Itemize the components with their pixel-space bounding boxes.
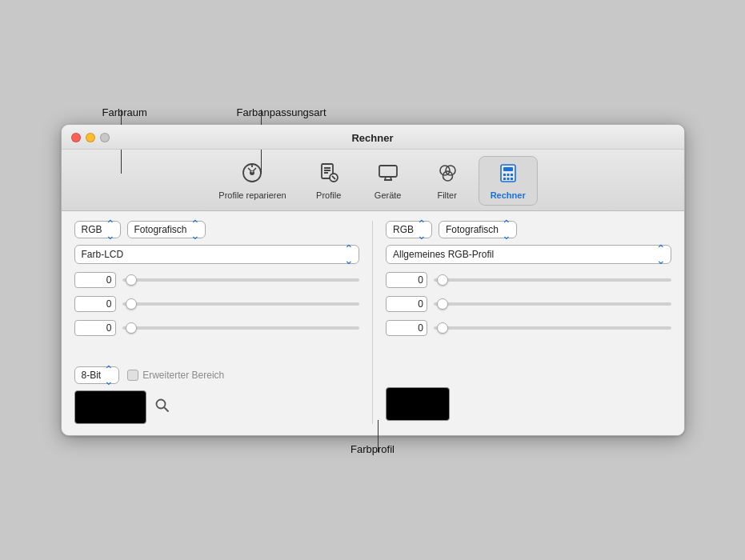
filter-icon [436, 162, 459, 187]
right-top-controls: RGB ⌃⌄ Fotografisch ⌃⌄ [386, 221, 671, 238]
bit-depth-select[interactable]: 8-Bit ⌃⌄ [74, 366, 120, 384]
bit-depth-row: 8-Bit ⌃⌄ Erweiterter Bereich [74, 366, 360, 384]
right-slider-3 [386, 320, 671, 336]
main-content: RGB ⌃⌄ Fotografisch ⌃⌄ Farb-LCD ⌃⌄ [62, 211, 684, 435]
right-rendering-select[interactable]: Fotografisch ⌃⌄ [439, 221, 517, 238]
svg-text:+: + [250, 169, 254, 174]
bit-depth-arrow: ⌃⌄ [104, 364, 114, 386]
svg-rect-20 [507, 174, 509, 176]
right-rendering-arrow: ⌃⌄ [502, 218, 511, 241]
outer-container: Farbraum Farbanpassungsart Farbprofil Re… [61, 124, 685, 436]
right-slider-2-track[interactable] [434, 302, 671, 306]
window-title: Rechner [351, 132, 393, 144]
toolbar: + Profile reparieren Pro [62, 150, 684, 211]
left-slider-1-track[interactable] [122, 278, 360, 282]
toolbar-item-geraete[interactable]: Geräte [360, 157, 416, 205]
left-slider-2-input[interactable] [74, 296, 116, 312]
toolbar-label-geraete: Geräte [375, 190, 402, 200]
left-slider-1 [74, 272, 360, 288]
right-slider-2 [386, 296, 671, 312]
right-slider-3-thumb[interactable] [437, 322, 448, 334]
annotation-farbprofil: Farbprofil [350, 443, 395, 455]
svg-rect-24 [511, 178, 513, 180]
toolbar-item-filter[interactable]: Filter [419, 157, 475, 205]
right-slider-1-track[interactable] [434, 278, 671, 282]
svg-rect-10 [379, 166, 397, 177]
right-panel: RGB ⌃⌄ Fotografisch ⌃⌄ Allgemeines RGB-P… [372, 221, 671, 424]
left-slider-1-thumb[interactable] [126, 274, 137, 286]
left-slider-3-input[interactable] [74, 320, 116, 336]
svg-line-26 [164, 407, 168, 411]
right-slider-1-thumb[interactable] [437, 274, 448, 286]
left-rendering-arrow: ⌃⌄ [190, 218, 200, 241]
left-bottom-section: 8-Bit ⌃⌄ Erweiterter Bereich [74, 366, 360, 424]
panels: RGB ⌃⌄ Fotografisch ⌃⌄ Farb-LCD ⌃⌄ [74, 221, 671, 424]
left-panel: RGB ⌃⌄ Fotografisch ⌃⌄ Farb-LCD ⌃⌄ [74, 221, 373, 424]
titlebar: Rechner [62, 125, 684, 150]
left-slider-3-track[interactable] [122, 326, 360, 330]
left-colorspace-arrow: ⌃⌄ [106, 218, 115, 241]
window: Rechner + Profile reparieren [61, 124, 685, 436]
right-slider-2-thumb[interactable] [437, 298, 448, 310]
right-color-swatch[interactable] [386, 387, 450, 421]
left-slider-1-input[interactable] [74, 272, 116, 288]
right-swatch-row [386, 387, 671, 421]
svg-rect-22 [503, 178, 506, 180]
toolbar-label-profile-reparieren: Profile reparieren [218, 190, 286, 200]
annotation-farbraum: Farbraum [102, 106, 147, 118]
close-button[interactable] [71, 133, 81, 142]
right-profile-select[interactable]: Allgemeines RGB-Profil ⌃⌄ [386, 245, 671, 264]
svg-point-25 [156, 399, 165, 408]
monitor-icon [377, 162, 399, 187]
svg-point-15 [446, 166, 455, 175]
toolbar-label-profile: Profile [316, 190, 341, 200]
svg-point-14 [440, 166, 450, 175]
right-slider-1-input[interactable] [386, 272, 427, 288]
right-colorspace-arrow: ⌃⌄ [417, 218, 427, 241]
left-slider-2 [74, 296, 360, 312]
left-slider-3 [74, 320, 360, 336]
right-profile-arrow: ⌃⌄ [656, 243, 666, 266]
svg-rect-21 [511, 174, 513, 176]
traffic-lights [71, 133, 110, 142]
extended-range-checkbox[interactable] [127, 370, 138, 381]
svg-rect-23 [507, 178, 509, 180]
search-icon[interactable] [154, 398, 170, 418]
right-slider-3-track[interactable] [434, 326, 671, 330]
extended-range-label: Erweiterter Bereich [127, 370, 224, 381]
toolbar-item-rechner[interactable]: Rechner [479, 156, 538, 206]
left-profile-select[interactable]: Farb-LCD ⌃⌄ [74, 245, 360, 264]
right-colorspace-select[interactable]: RGB ⌃⌄ [386, 221, 432, 238]
left-swatch-row [74, 390, 360, 424]
left-colorspace-select[interactable]: RGB ⌃⌄ [74, 221, 121, 238]
left-rendering-select[interactable]: Fotografisch ⌃⌄ [127, 221, 206, 238]
left-color-swatch[interactable] [74, 390, 146, 424]
annotation-farbanpassungsart: Farbanpassungsart [237, 106, 326, 118]
left-slider-3-thumb[interactable] [126, 322, 137, 334]
calculator-icon [497, 162, 519, 187]
left-top-controls: RGB ⌃⌄ Fotografisch ⌃⌄ [74, 221, 360, 238]
right-slider-2-input[interactable] [386, 296, 427, 312]
right-slider-1 [386, 272, 671, 288]
toolbar-label-filter: Filter [437, 190, 456, 200]
left-slider-2-track[interactable] [122, 302, 360, 306]
annotation-line-farbprofil [378, 420, 379, 452]
svg-rect-18 [503, 167, 513, 171]
zoom-button[interactable] [100, 133, 110, 142]
toolbar-item-profile-reparieren[interactable]: + Profile reparieren [207, 157, 297, 205]
profile-icon [318, 162, 340, 187]
right-slider-3-input[interactable] [386, 320, 427, 336]
minimize-button[interactable] [86, 133, 95, 142]
toolbar-label-rechner: Rechner [491, 190, 526, 200]
left-slider-2-thumb[interactable] [126, 298, 137, 310]
toolbar-item-profile[interactable]: Profile [301, 157, 357, 205]
svg-rect-19 [503, 174, 506, 176]
left-profile-arrow: ⌃⌄ [344, 243, 354, 266]
svg-point-16 [443, 171, 452, 181]
